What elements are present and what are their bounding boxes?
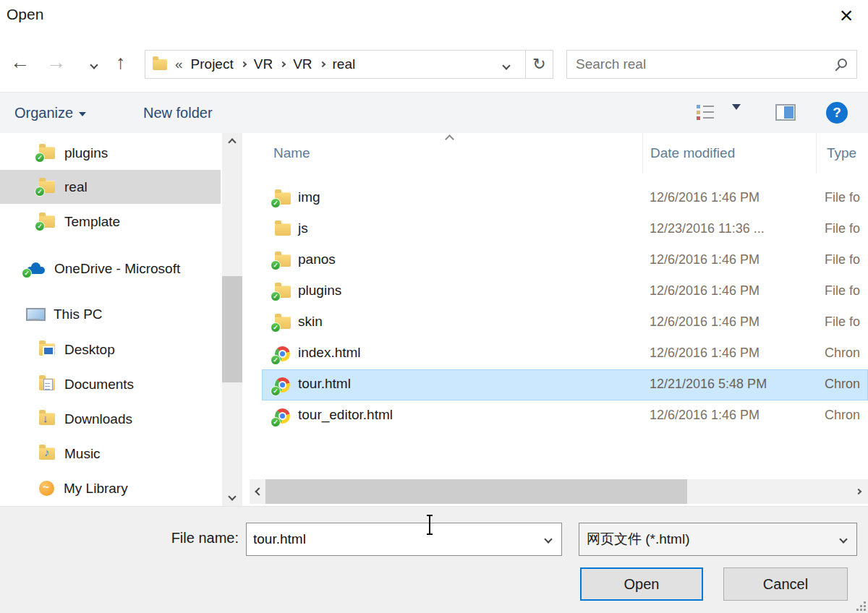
folder-desktop-icon [39, 343, 55, 356]
command-toolbar: Organize New folder ? [0, 92, 868, 133]
onedrive-icon: ✓ [26, 262, 45, 275]
view-options-dropdown[interactable] [732, 110, 741, 123]
preview-pane-button[interactable] [775, 104, 796, 121]
file-type-select[interactable]: 网页文件 (*.html) [579, 523, 857, 556]
organize-button[interactable]: Organize [14, 93, 86, 133]
file-row-plugins[interactable]: ✓plugins12/6/2016 1:46 PMFile fo [262, 276, 868, 307]
folder-synced-icon: ✓ [275, 192, 291, 205]
breadcrumb-segment-vr[interactable]: VR [293, 56, 312, 72]
forward-button[interactable]: → [46, 48, 66, 77]
file-row-img[interactable]: ✓img12/6/2016 1:46 PMFile fo [262, 183, 868, 214]
cancel-button[interactable]: Cancel [723, 567, 848, 601]
sidebar-item-this-pc[interactable]: This PC [0, 297, 221, 331]
up-button[interactable]: ↑ [116, 48, 126, 77]
sidebar-item-real[interactable]: ✓real [0, 170, 221, 204]
file-row-skin[interactable]: ✓skin12/6/2016 1:46 PMFile fo [262, 307, 868, 338]
breadcrumb-chevron-icon[interactable] [240, 61, 246, 67]
address-dropdown-button[interactable] [495, 56, 518, 72]
chrome-html-icon: ✓ [275, 377, 290, 393]
breadcrumb-overflow[interactable]: « [175, 56, 183, 72]
file-name-input[interactable] [247, 531, 545, 547]
sync-check-icon: ✓ [271, 198, 281, 208]
computer-icon [26, 308, 44, 321]
refresh-button[interactable]: ↻ [525, 51, 553, 78]
breadcrumb-chevron-icon[interactable] [319, 61, 325, 67]
breadcrumb-chevron-icon[interactable] [280, 61, 286, 67]
scroll-left-button[interactable] [251, 479, 267, 504]
file-name: skin [298, 314, 323, 330]
folder-synced-icon: ✓ [39, 181, 55, 193]
titlebar: Open × [0, 0, 868, 40]
file-type: Chron [825, 377, 868, 392]
file-row-tour-editor-html[interactable]: ✓tour_editor.html12/6/2016 1:46 PMChron [262, 400, 868, 432]
scroll-right-button[interactable] [851, 479, 867, 504]
content-area: ✓plugins✓real✓Template✓OneDrive - Micros… [0, 133, 868, 506]
sidebar-item-desktop[interactable]: Desktop [0, 333, 221, 366]
file-row-js[interactable]: js12/23/2016 11:36 ...File fo [262, 214, 868, 245]
breadcrumb-segment-real[interactable]: real [333, 56, 356, 72]
text-cursor [425, 514, 434, 537]
horizontal-scrollbar[interactable] [250, 479, 868, 504]
file-row-tour-html[interactable]: ✓tour.html12/21/2016 5:48 PMChron [262, 369, 868, 400]
address-bar[interactable]: « ProjectVRVRreal ↻ [145, 50, 553, 79]
folder-downloads-icon: ↓ [39, 413, 55, 425]
navigation-bar: ← → ↑ « ProjectVRVRreal ↻ [0, 45, 868, 82]
scrollbar-thumb[interactable] [222, 276, 242, 382]
file-date-modified: 12/6/2016 1:46 PM [650, 408, 820, 423]
window-title: Open [7, 6, 43, 23]
breadcrumb-segments: ProjectVRVRreal [191, 56, 356, 72]
sidebar-item-downloads[interactable]: ↓Downloads [0, 402, 221, 436]
scroll-up-button[interactable] [222, 134, 242, 150]
sync-check-icon: ✓ [271, 386, 281, 396]
close-button[interactable]: × [830, 0, 862, 30]
organize-label: Organize [14, 105, 73, 121]
sidebar-item-template[interactable]: ✓Template [0, 205, 221, 239]
file-type: Chron [825, 346, 868, 361]
sidebar-item-documents[interactable]: Documents [0, 367, 221, 401]
file-name: tour_editor.html [298, 407, 393, 423]
open-file-dialog: Open × ← → ↑ « ProjectVRVRreal ↻ Organiz… [0, 0, 868, 613]
recent-locations-button[interactable] [91, 58, 97, 71]
cancel-button-label: Cancel [763, 576, 808, 593]
new-folder-button[interactable]: New folder [143, 93, 213, 133]
file-name: panos [298, 252, 336, 267]
change-view-button[interactable] [697, 105, 715, 121]
resize-grip[interactable] [855, 600, 867, 612]
file-type: Chron [825, 408, 868, 423]
sidebar-item-label: My Library [64, 481, 128, 497]
breadcrumb-segment-vr[interactable]: VR [254, 56, 273, 72]
sidebar-item-plugins[interactable]: ✓plugins [0, 136, 221, 170]
my-library-icon: ~ [39, 481, 54, 496]
sidebar-item-label: Template [64, 214, 120, 230]
scroll-down-button[interactable] [222, 489, 242, 505]
file-name: js [298, 220, 308, 236]
folder-synced-icon: ✓ [39, 215, 55, 228]
sidebar-item-label: This PC [54, 306, 103, 322]
close-icon: × [840, 2, 854, 29]
folder-synced-icon: ✓ [275, 254, 291, 267]
sidebar-item-music[interactable]: ♪Music [0, 437, 221, 471]
column-header-date-modified[interactable]: Date modified [642, 133, 816, 173]
back-button[interactable]: ← [10, 48, 30, 77]
sync-check-icon: ✓ [271, 291, 281, 301]
file-row-index-html[interactable]: ✓index.html12/6/2016 1:46 PMChron [262, 338, 868, 369]
chevron-down-icon[interactable] [544, 535, 552, 543]
file-date-modified: 12/6/2016 1:46 PM [650, 283, 820, 299]
file-row-panos[interactable]: ✓panos12/6/2016 1:46 PMFile fo [262, 245, 868, 276]
sidebar-scrollbar[interactable] [222, 133, 242, 506]
breadcrumb-segment-project[interactable]: Project [191, 56, 234, 72]
folder-documents-icon [39, 378, 55, 390]
scrollbar-thumb[interactable] [265, 479, 687, 504]
search-input[interactable] [576, 56, 834, 72]
file-date-modified: 12/6/2016 1:46 PM [650, 346, 820, 361]
sidebar-item-label: OneDrive - Microsoft [54, 261, 180, 277]
sidebar-item-my-library[interactable]: ~My Library [0, 471, 221, 505]
help-button[interactable]: ? [826, 102, 848, 124]
column-header-type[interactable]: Type [816, 133, 868, 173]
open-button[interactable]: Open [580, 567, 703, 601]
sync-check-icon: ✓ [271, 355, 281, 365]
sidebar-item-label: Downloads [64, 411, 132, 427]
sidebar-item-onedrive-microsoft[interactable]: ✓OneDrive - Microsoft [0, 252, 221, 286]
open-button-label: Open [624, 576, 660, 593]
chrome-html-icon: ✓ [275, 346, 290, 361]
